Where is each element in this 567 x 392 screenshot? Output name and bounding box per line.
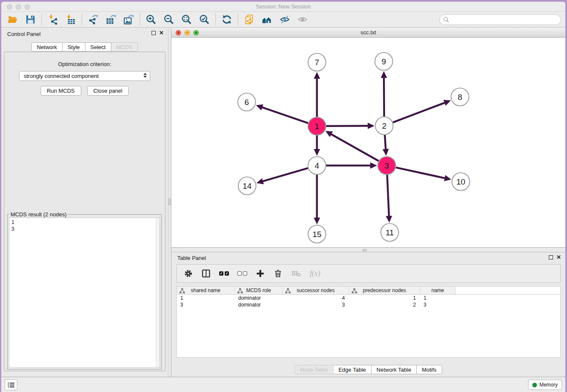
search-input[interactable] — [449, 17, 557, 23]
close-panel-icon[interactable]: ✕ — [159, 30, 164, 36]
import-table-button[interactable] — [64, 13, 77, 26]
tab-network[interactable]: Network — [31, 42, 63, 52]
open-session-button[interactable] — [6, 13, 19, 26]
table-cell[interactable]: 3 — [283, 301, 349, 308]
task-history-button[interactable] — [5, 379, 17, 390]
column-header-mcds-role[interactable]: MCDS role — [235, 287, 283, 294]
select-all-columns-button[interactable]: ✓✓ — [219, 268, 229, 279]
delete-table-button[interactable] — [291, 268, 301, 279]
table-cell[interactable]: dominator — [235, 295, 283, 301]
delete-columns-button[interactable] — [273, 268, 283, 279]
tab-motifs[interactable]: Motifs — [417, 365, 442, 374]
tab-select[interactable]: Select — [85, 42, 111, 52]
network-maximize-button[interactable]: + — [193, 30, 199, 36]
function-builder-button[interactable]: f(x) — [310, 268, 320, 279]
export-network-button[interactable] — [87, 13, 99, 26]
minimize-window-button[interactable] — [16, 4, 21, 10]
graph-edge-2-9[interactable] — [384, 77, 384, 116]
zoom-fit-button[interactable] — [180, 13, 193, 26]
window-controls — [7, 4, 30, 10]
zoom-out-button[interactable] — [162, 13, 175, 26]
table-cell[interactable]: 1 — [420, 295, 456, 301]
checked-box-icon: ✓ — [225, 271, 229, 276]
first-neighbors-button[interactable] — [261, 13, 273, 26]
tab-edge-table[interactable]: Edge Table — [333, 365, 372, 374]
graph-edge-3-10[interactable] — [396, 168, 446, 179]
graph-arrowhead — [386, 216, 392, 223]
show-column-panel-button[interactable] — [201, 268, 211, 279]
control-panel-tabs: NetworkStyleSelectMCDS — [1, 42, 168, 52]
hide-selected-button[interactable] — [278, 13, 291, 26]
panel-splitter-vertical[interactable] — [168, 28, 171, 377]
list-icon — [8, 382, 15, 388]
zoom-selected-button[interactable] — [198, 13, 211, 26]
table-cell[interactable]: 4 — [283, 295, 349, 301]
close-panel-icon[interactable]: ✕ — [556, 255, 561, 260]
eye-disabled-icon — [297, 14, 308, 25]
panel-splitter-horizontal[interactable] — [171, 247, 565, 252]
network-window-titlebar: × − + scc.txt — [171, 28, 565, 38]
deselect-all-columns-button[interactable] — [237, 268, 247, 279]
graph-edge-3-1[interactable] — [330, 134, 378, 161]
network-close-button[interactable]: × — [176, 30, 181, 36]
export-table-button[interactable] — [105, 13, 117, 26]
zoom-in-icon — [146, 14, 157, 25]
column-header-predecessor-nodes[interactable]: predecessor nodes — [349, 287, 420, 294]
show-all-button[interactable] — [296, 13, 309, 26]
graph-edge-1-2[interactable] — [326, 126, 369, 126]
close-panel-button[interactable]: Close panel — [87, 86, 129, 96]
run-mcds-button[interactable]: Run MCDS — [41, 86, 81, 96]
import-network-button[interactable] — [47, 13, 59, 26]
table-cell[interactable]: 1 — [177, 295, 235, 301]
result-scrollbar[interactable] — [156, 218, 160, 367]
graph-edge-4-14[interactable] — [262, 168, 308, 182]
network-minimize-button[interactable]: − — [184, 30, 190, 36]
session-title: Session: New Session — [1, 2, 565, 12]
save-session-button[interactable] — [24, 13, 37, 26]
add-column-button[interactable] — [256, 268, 265, 279]
export-image-button[interactable] — [122, 13, 135, 26]
tab-network-table[interactable]: Network Table — [372, 365, 417, 374]
search-box[interactable] — [439, 14, 561, 25]
table-row[interactable]: 1dominator411 — [177, 295, 560, 301]
checked-box-icon: ✓ — [219, 271, 223, 276]
graph-edge-2-3[interactable] — [385, 135, 385, 150]
criterion-select[interactable]: strongly connected component — [19, 71, 150, 81]
zoom-in-button[interactable] — [145, 13, 157, 26]
table-cell[interactable]: 1 — [349, 295, 420, 301]
memory-button[interactable]: Memory — [528, 380, 562, 390]
table-cell[interactable]: dominator — [235, 301, 283, 308]
splitter-handle[interactable] — [363, 249, 367, 251]
column-header-shared-name[interactable]: shared name — [177, 287, 235, 294]
column-header-successor-nodes[interactable]: successor nodes — [283, 287, 349, 294]
table-options-gear-button[interactable] — [184, 268, 193, 279]
graph-arrowhead — [368, 123, 374, 129]
float-panel-icon[interactable] — [549, 255, 553, 259]
table-row[interactable]: 3dominator323 — [177, 301, 560, 308]
graph-edge-1-6[interactable] — [261, 107, 308, 123]
network-canvas[interactable]: 7968124314101511 — [171, 38, 565, 247]
column-header-name[interactable]: name — [420, 287, 456, 294]
hierarchy-icon — [237, 288, 243, 293]
tab-style[interactable]: Style — [63, 42, 85, 52]
mcds-result-legend: MCDS result (2 nodes) — [9, 211, 68, 218]
maximize-window-button[interactable] — [25, 4, 30, 10]
graph-edge-2-8[interactable] — [393, 102, 446, 122]
duplicate-network-button[interactable] — [243, 13, 256, 26]
result-line: 3 — [11, 226, 157, 232]
graph-edge-3-11[interactable] — [387, 175, 389, 217]
table-cell[interactable]: 3 — [177, 301, 235, 308]
tab-mcds[interactable]: MCDS — [111, 42, 138, 52]
mcds-panel: Optimization criterion: strongly connect… — [4, 52, 165, 371]
hierarchy-icon — [285, 288, 291, 293]
tab-node-table[interactable]: Node Table — [295, 365, 333, 374]
unchecked-box-icon — [243, 271, 247, 276]
splitter-handle[interactable] — [168, 199, 171, 205]
close-window-button[interactable] — [7, 4, 12, 10]
export-table-icon — [105, 14, 116, 25]
float-panel-icon[interactable] — [151, 31, 156, 35]
table-cell[interactable]: 2 — [349, 301, 420, 308]
mcds-result-area[interactable]: 13 — [9, 218, 160, 368]
refresh-style-button[interactable] — [220, 13, 233, 26]
table-cell[interactable]: 3 — [420, 301, 456, 308]
